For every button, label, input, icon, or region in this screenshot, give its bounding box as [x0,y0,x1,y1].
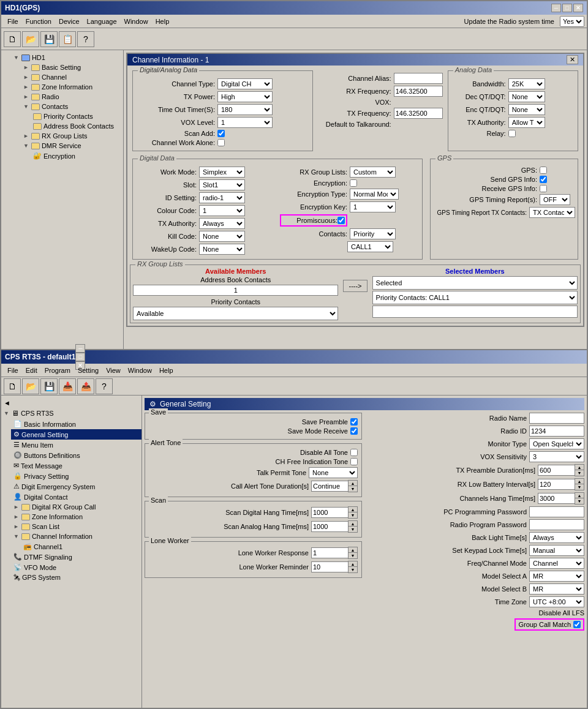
tx-freq-input[interactable] [394,108,443,119]
colour-code-select[interactable]: 1 [199,205,245,216]
call-alert-up[interactable]: ▲ [349,481,357,486]
tx-power-select[interactable]: HighLow [217,91,273,102]
tree1-radio[interactable]: ► Radio [21,92,123,102]
menu2-edit[interactable]: Edit [22,366,41,375]
tree2-zone-info[interactable]: ► Zone Information [11,512,141,522]
tool2-open[interactable]: 📂 [22,378,39,394]
win2-maximize[interactable]: □ [75,353,85,361]
time-zone-select[interactable]: UTC +8:00 [529,596,584,607]
save-preamble-check[interactable] [350,418,358,426]
tree2-root[interactable]: ▼ 🖥 CPS RT3S [1,408,141,419]
timeout-select[interactable]: 180 [217,104,273,115]
call-alert-down[interactable]: ▼ [349,486,357,492]
menu2-help[interactable]: Help [156,366,177,375]
menu1-device[interactable]: Device [55,17,83,26]
analog-hang-down[interactable]: ▼ [349,527,357,532]
win2-minimize[interactable]: ─ [75,344,85,353]
rx-freq-input[interactable]: 146.32500 [394,86,443,97]
tree1-channel[interactable]: ► Channel [21,72,123,82]
lw-reminder-down[interactable]: ▼ [349,567,357,572]
keypad-lock-select[interactable]: Manual [529,545,584,556]
tree2-channel1[interactable]: 📻 Channel1 [21,541,141,552]
radio-password-input[interactable] [529,519,584,530]
timing-report-select[interactable]: OFF [540,194,570,205]
rx-battery-down[interactable]: ▼ [575,484,584,490]
win1-close[interactable]: ✕ [573,4,583,12]
tree1-zone[interactable]: ► Zone Information [21,82,123,92]
tool-new[interactable]: 🗋 [4,31,21,47]
tool-save[interactable]: 💾 [40,31,58,47]
tree1-dmr[interactable]: ▼ DMR Service [21,141,123,151]
selected-select[interactable]: Selected [372,276,578,290]
lw-reminder-up[interactable]: ▲ [349,561,357,567]
save-mode-check[interactable] [350,427,358,435]
tree1-root[interactable]: ▼ HD1 [11,53,123,62]
tx-preamble-up[interactable]: ▲ [575,465,584,470]
sidebar2-collapse[interactable]: ◄ [1,398,141,408]
tree1-contacts[interactable]: ▼ Contacts [21,102,123,111]
menu1-language[interactable]: Language [83,17,121,26]
tree1-priority[interactable]: Priority Contacts [31,111,123,121]
digital-hang-input[interactable] [311,507,348,518]
tree1-addressbook[interactable]: Address Book Contacts [31,121,123,131]
tree2-gps[interactable]: 🛰 GPS System [11,572,141,582]
tool2-read[interactable]: 📥 [59,378,76,394]
channels-hang-down[interactable]: ▼ [575,498,584,504]
tree2-digital-rx[interactable]: ► Digital RX Group Call [11,502,141,512]
freq-channel-select[interactable]: Channel [529,558,584,569]
channel-alone-check[interactable] [217,139,225,146]
lw-response-up[interactable]: ▲ [349,547,357,553]
win1-minimize[interactable]: ─ [551,4,561,12]
radio-name-input[interactable] [529,413,584,424]
contacts2-select[interactable]: CALL1 [347,241,393,252]
work-mode-select[interactable]: Simplex [199,167,245,178]
disable-all-check[interactable] [350,449,358,456]
enc-qt-select[interactable]: None [508,104,545,115]
encryption-check[interactable] [350,179,357,187]
lw-response-down[interactable]: ▼ [349,553,357,558]
arrow-button[interactable]: ----> [343,280,367,292]
lw-reminder-input[interactable] [311,561,348,572]
tree2-basic-info[interactable]: 📄 Basic Information [11,419,141,429]
ch-free-check[interactable] [350,458,358,465]
slot-select[interactable]: Slot1Slot2 [199,179,245,190]
win1-maximize[interactable]: □ [562,4,572,12]
tree1-basic-setting[interactable]: ► Basic Setting [21,62,123,72]
tree2-menu-item[interactable]: ☰ Menu Item [11,440,141,450]
tx-preamble-down[interactable]: ▼ [575,470,584,476]
menu1-window[interactable]: Window [121,17,152,26]
tx-auth-digital-select[interactable]: Always [199,218,245,229]
enc-type-select[interactable]: Normal Mode [350,189,399,200]
tree2-vfo[interactable]: 📡 VFO Mode [11,562,141,572]
vox-level-select[interactable]: 1 [217,117,273,128]
tx-auth-analog-select[interactable]: Allow TX [508,117,545,128]
priority-call1-select[interactable]: Priority Contacts: CALL1 [372,291,578,304]
tree2-text-message[interactable]: ✉ Text Message [11,460,141,471]
ch-close-btn[interactable]: ✕ [567,55,578,64]
priority-contacts-select[interactable]: Available [133,307,338,320]
timing-tx-select[interactable]: TX Contact [529,207,575,218]
channels-hang-up[interactable]: ▲ [575,493,584,498]
talk-permit-select[interactable]: None [309,467,358,478]
call-alert-input[interactable] [311,481,348,492]
tree2-buttons[interactable]: 🔘 Buttons Definitions [11,450,141,460]
enc-key-select[interactable]: 1 [350,201,396,212]
wakeup-code-select[interactable]: None [199,244,245,255]
monitor-type-select[interactable]: Open Squelch [529,438,584,449]
menu2-program[interactable]: Program [41,366,74,375]
digital-hang-down[interactable]: ▼ [349,512,357,518]
radio-id-input[interactable] [529,426,584,437]
tree2-privacy[interactable]: 🔒 Privacy Setting [11,471,141,481]
rx-battery-input[interactable] [538,479,575,490]
pc-password-input[interactable] [529,506,584,517]
tree1-encryption[interactable]: 🔐 Encryption [31,151,123,161]
model-b-select[interactable]: MR [529,583,584,595]
menu2-file[interactable]: File [4,366,22,375]
tool2-new[interactable]: 🗋 [4,378,21,394]
tool-open[interactable]: 📂 [22,31,39,47]
group-call-match-check[interactable] [573,621,581,628]
promiscuous-check[interactable] [337,217,345,224]
tree1-rxgroup[interactable]: ► RX Group Lists [21,131,123,141]
backlight-select[interactable]: Always [529,532,584,543]
scan-add-check[interactable] [217,130,225,137]
